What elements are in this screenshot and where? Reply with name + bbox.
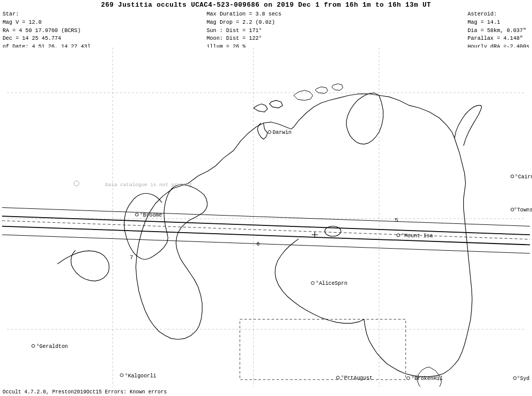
svg-text:°Kalgoorli: °Kalgoorli (125, 373, 157, 379)
svg-text:°Cairns: °Cairns (515, 174, 532, 180)
svg-text:°Townsvl: °Townsvl (514, 207, 532, 213)
svg-text:7: 7 (130, 254, 133, 261)
svg-text:°AliceSprn: °AliceSprn (316, 280, 347, 286)
map-area: Darwin °Cairns °Townsvl °Broome °Mount I… (0, 48, 532, 387)
svg-text:Darwin: Darwin (273, 129, 292, 135)
map-svg: Darwin °Cairns °Townsvl °Broome °Mount I… (0, 48, 532, 387)
svg-text:°Syd: °Syd (517, 375, 530, 382)
main-container: 269 Justitia occults UCAC4-523-009686 on… (0, 0, 532, 396)
asteroid-parallax: Parallax = 4.148" (467, 35, 529, 43)
title-text: 269 Justitia occults UCAC4-523-009686 on… (101, 1, 431, 9)
sun-dist: Sun : Dist = 171° (207, 27, 288, 35)
svg-text:5: 5 (395, 217, 398, 223)
svg-text:°Broome: °Broome (140, 212, 162, 218)
svg-text:°BrokenHil: °BrokenHil (411, 375, 443, 382)
svg-text:°PrtAugust: °PrtAugust (341, 375, 372, 381)
svg-text:Gaia catalogue is not present: Gaia catalogue is not present (105, 182, 193, 188)
moon-dist: Moon: Dist = 122° (207, 35, 288, 43)
svg-text:6: 6 (257, 241, 260, 247)
mag-v: Mag V = 12.0 (3, 19, 90, 27)
asteroid-mag: Mag = 14.1 (467, 19, 529, 27)
dec: Dec = 14 25 45.774 (3, 35, 90, 43)
title-bar: 269 Justitia occults UCAC4-523-009686 on… (0, 1, 532, 9)
footer-text: Occult 4.7.2.0, Preston2019Oct15 Errors:… (3, 389, 167, 395)
asteroid-label: Asteroid: (467, 10, 529, 19)
mag-drop: Mag Drop = 2.2 (0.0z) (207, 19, 288, 27)
ra: RA = 4 50 17.9760 (BCRS) (3, 27, 90, 35)
asteroid-dia: Dia = 58km, 0.037" (467, 27, 529, 35)
footer: Occult 4.7.2.0, Preston2019Oct15 Errors:… (3, 389, 167, 395)
svg-text:°Geraldton: °Geraldton (36, 343, 68, 349)
star-label: Star: (3, 10, 90, 19)
max-duration: Max Duration = 3.8 secs (207, 10, 288, 19)
svg-text:°Mount Isa: °Mount Isa (401, 233, 433, 239)
